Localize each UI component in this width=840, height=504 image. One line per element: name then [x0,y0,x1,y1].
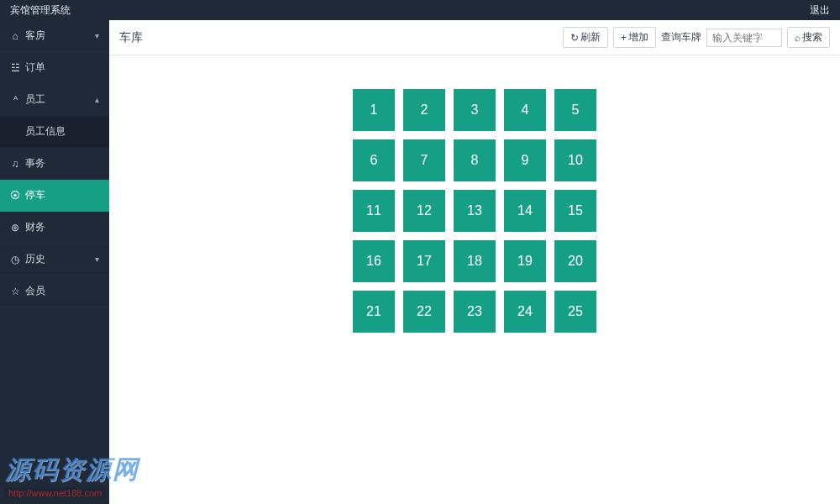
add-button[interactable]: + 增加 [613,27,656,48]
parking-spot[interactable]: 3 [454,89,496,131]
nav-icon: ☳ [10,62,20,74]
sidebar-item-7[interactable]: ◷历史▾ [0,244,109,276]
parking-spot[interactable]: 17 [403,240,445,282]
parking-spot[interactable]: 12 [403,190,445,232]
parking-spot[interactable]: 2 [403,89,445,131]
nav-icon: ☆ [10,286,20,297]
refresh-label: 刷新 [580,30,601,45]
search-icon: ⌕ [795,32,801,44]
refresh-icon: ↻ [570,32,579,44]
nav-icon: ♫ [10,158,20,170]
nav-icon: ⊛ [10,222,20,234]
parking-spot[interactable]: 11 [353,190,395,232]
parking-spot[interactable]: 1 [353,89,395,131]
nav-icon: ⦿ [10,190,20,202]
app-title: 宾馆管理系统 [10,3,71,18]
nav-icon: ◷ [10,254,20,265]
page-title: 车库 [119,30,143,45]
parking-spot[interactable]: 4 [504,89,546,131]
sidebar-item-0[interactable]: ⌂客房▾ [0,20,109,52]
parking-spot[interactable]: 6 [353,139,395,181]
search-label: 搜索 [802,30,822,45]
topbar: 宾馆管理系统 退出 [0,0,840,20]
toolbar-actions: ↻ 刷新 + 增加 查询车牌 ⌕ 搜索 [563,27,830,48]
parking-spot[interactable]: 16 [353,240,395,282]
sidebar-item-4[interactable]: ♫事务 [0,148,109,180]
sidebar-item-2[interactable]: ᴬ员工▴ [0,84,109,116]
main: 车库 ↻ 刷新 + 增加 查询车牌 ⌕ 搜索 123456 [109,20,840,504]
sidebar-item-label: 财务 [25,220,45,234]
sidebar-item-3[interactable]: 员工信息 [0,116,109,148]
caret-icon: ▾ [95,31,99,40]
sidebar-item-label: 历史 [25,252,45,266]
sidebar-item-6[interactable]: ⊛财务 [0,212,109,244]
parking-spot[interactable]: 13 [454,190,496,232]
refresh-button[interactable]: ↻ 刷新 [563,27,608,48]
sidebar-item-label: 订单 [25,60,45,75]
parking-spot[interactable]: 21 [353,291,395,333]
parking-spot[interactable]: 15 [554,190,596,232]
sidebar-item-label: 停车 [25,188,45,202]
logout-link[interactable]: 退出 [810,3,830,18]
parking-spot[interactable]: 25 [554,291,596,333]
caret-icon: ▾ [95,255,99,264]
sidebar-item-label: 会员 [25,284,45,298]
sidebar-item-label: 员工 [25,92,45,107]
parking-spot[interactable]: 7 [403,139,445,181]
parking-spot[interactable]: 19 [504,240,546,282]
sidebar-item-label: 员工信息 [25,124,66,139]
sidebar-item-8[interactable]: ☆会员 [0,276,109,307]
content: 1234567891011121314151617181920212223242… [109,55,840,504]
parking-spot[interactable]: 22 [403,291,445,333]
parking-spot[interactable]: 14 [504,190,546,232]
sidebar: ⌂客房▾☳订单ᴬ员工▴员工信息♫事务⦿停车⊛财务◷历史▾☆会员 [0,20,109,504]
parking-spot[interactable]: 10 [554,139,596,181]
sidebar-item-label: 客房 [25,29,45,43]
add-label: 增加 [628,30,648,45]
parking-spot[interactable]: 18 [454,240,496,282]
plus-icon: + [621,32,627,44]
search-input[interactable] [706,29,782,47]
parking-spot[interactable]: 20 [554,240,596,282]
nav-icon: ⌂ [10,30,20,42]
search-button[interactable]: ⌕ 搜索 [787,27,830,48]
sidebar-item-5[interactable]: ⦿停车 [0,180,109,212]
toolbar: 车库 ↻ 刷新 + 增加 查询车牌 ⌕ 搜索 [109,20,840,55]
search-prefix: 查询车牌 [661,30,701,45]
parking-grid-wrap: 1234567891011121314151617181920212223242… [126,89,823,333]
parking-spot[interactable]: 9 [504,139,546,181]
sidebar-item-1[interactable]: ☳订单 [0,52,109,84]
parking-spot[interactable]: 24 [504,291,546,333]
caret-icon: ▴ [95,95,99,104]
nav-icon: ᴬ [10,94,20,106]
parking-grid: 1234567891011121314151617181920212223242… [353,89,596,333]
parking-spot[interactable]: 5 [554,89,596,131]
sidebar-item-label: 事务 [25,156,45,171]
parking-spot[interactable]: 23 [454,291,496,333]
parking-spot[interactable]: 8 [454,139,496,181]
layout: ⌂客房▾☳订单ᴬ员工▴员工信息♫事务⦿停车⊛财务◷历史▾☆会员 车库 ↻ 刷新 … [0,20,840,504]
